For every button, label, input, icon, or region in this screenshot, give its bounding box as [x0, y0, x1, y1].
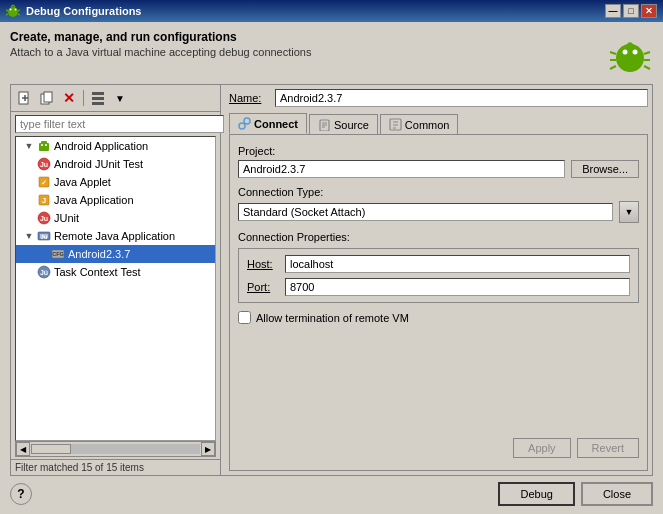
scroll-track	[31, 444, 200, 454]
connection-props-group: Connection Properties: Host: Port:	[238, 231, 639, 303]
project-field-group: Project: Browse...	[238, 145, 639, 178]
android-junit-icon: Ju	[36, 156, 52, 172]
svg-line-4	[13, 5, 15, 7]
title-bar-controls: — □ ✕	[605, 4, 657, 18]
svg-text:Jú: Jú	[40, 269, 48, 276]
expander-android-app[interactable]: ▼	[22, 141, 36, 151]
revert-button[interactable]: Revert	[577, 438, 639, 458]
tree-item-android-junit[interactable]: Ju Android JUnit Test	[16, 155, 215, 173]
tree-label-remote-java: Remote Java Application	[54, 230, 175, 242]
svg-text:J: J	[42, 196, 46, 205]
tree-label-android237: Android2.3.7	[68, 248, 130, 260]
task-context-icon: Jú	[36, 264, 52, 280]
tree-item-java-applet[interactable]: ✓ Java Applet	[16, 173, 215, 191]
svg-text:CFG: CFG	[52, 251, 64, 257]
tabs-bar: Connect Source	[229, 113, 648, 134]
left-toolbar: ✕ ▼	[11, 85, 220, 112]
connection-props-label: Connection Properties:	[238, 231, 639, 243]
duplicate-config-button[interactable]	[37, 88, 57, 108]
help-button[interactable]: ?	[10, 483, 32, 505]
tab-common[interactable]: Common	[380, 114, 459, 134]
tab-connect-label: Connect	[254, 118, 298, 130]
apply-button[interactable]: Apply	[513, 438, 571, 458]
tree-item-android-app[interactable]: ▼ Android Application	[16, 137, 215, 155]
debug-button[interactable]: Debug	[498, 482, 574, 506]
tree-item-remote-java[interactable]: ▼ Ju Remote Java Application	[16, 227, 215, 245]
scroll-thumb[interactable]	[31, 444, 71, 454]
expander-java-applet	[22, 177, 36, 187]
expander-remote-java[interactable]: ▼	[22, 231, 36, 241]
expander-android237	[36, 249, 50, 259]
project-input[interactable]	[238, 160, 565, 178]
connection-props-box: Host: Port:	[238, 248, 639, 303]
common-tab-icon	[389, 118, 402, 131]
tree-item-java-app[interactable]: J Java Application	[16, 191, 215, 209]
host-label: Host:	[247, 258, 279, 270]
allow-termination-label: Allow termination of remote VM	[256, 312, 409, 324]
svg-text:Ju: Ju	[40, 161, 48, 168]
close-window-button[interactable]: ✕	[641, 4, 657, 18]
delete-config-button[interactable]: ✕	[59, 88, 79, 108]
close-button[interactable]: Close	[581, 482, 653, 506]
connection-type-dropdown-button[interactable]: ▼	[619, 201, 639, 223]
horizontal-scrollbar[interactable]: ◀ ▶	[15, 441, 216, 457]
scroll-left-button[interactable]: ◀	[16, 442, 30, 456]
header-title: Create, manage, and run configurations	[10, 30, 311, 44]
collapse-button[interactable]	[88, 88, 108, 108]
filter-input[interactable]	[15, 115, 224, 133]
title-bar-text: Debug Configurations	[26, 5, 599, 17]
connection-type-input[interactable]	[238, 203, 613, 221]
tree-item-android237[interactable]: CFG Android2.3.7	[16, 245, 215, 263]
browse-button[interactable]: Browse...	[571, 160, 639, 178]
svg-point-1	[10, 9, 12, 11]
tree-item-junit[interactable]: Ju JUnit	[16, 209, 215, 227]
allow-termination-row: Allow termination of remote VM	[238, 311, 639, 324]
tree-label-android-app: Android Application	[54, 140, 148, 152]
svg-rect-26	[92, 97, 104, 100]
svg-line-18	[610, 66, 616, 69]
svg-point-31	[45, 144, 47, 146]
svg-rect-24	[44, 92, 52, 102]
android-app-icon	[36, 138, 52, 154]
name-input[interactable]	[275, 89, 648, 107]
tree-label-java-applet: Java Applet	[54, 176, 111, 188]
svg-point-30	[41, 144, 43, 146]
port-input[interactable]	[285, 278, 630, 296]
tab-connect[interactable]: Connect	[229, 113, 307, 134]
tree-item-task-context[interactable]: Jú Task Context Test	[16, 263, 215, 281]
svg-text:✓: ✓	[41, 179, 47, 186]
maximize-button[interactable]: □	[623, 4, 639, 18]
tab-common-label: Common	[405, 119, 450, 131]
svg-line-5	[6, 10, 8, 11]
footer-actions: Debug Close	[498, 482, 653, 506]
java-app-icon: J	[36, 192, 52, 208]
title-bar: Debug Configurations — □ ✕	[0, 0, 663, 22]
minimize-button[interactable]: —	[605, 4, 621, 18]
name-row: Name:	[229, 89, 648, 107]
svg-text:Ju: Ju	[40, 234, 47, 240]
source-tab-icon	[318, 118, 331, 131]
tab-source[interactable]: Source	[309, 114, 378, 134]
host-input[interactable]	[285, 255, 630, 273]
tab-connect-content: Project: Browse... Connection Type: ▼	[229, 134, 648, 471]
svg-point-9	[616, 44, 644, 72]
port-row: Port:	[247, 278, 630, 296]
scroll-right-button[interactable]: ▶	[201, 442, 215, 456]
svg-line-14	[610, 52, 616, 54]
project-label: Project:	[238, 145, 639, 157]
dialog-header: Create, manage, and run configurations A…	[10, 30, 653, 76]
connect-tab-icon	[238, 117, 251, 130]
header-subtitle: Attach to a Java virtual machine accepti…	[10, 46, 311, 58]
right-panel: Name: Connect	[225, 85, 652, 475]
content-area: ✕ ▼ ▼	[10, 84, 653, 476]
filter-dropdown-button[interactable]: ▼	[110, 88, 130, 108]
new-config-button[interactable]	[15, 88, 35, 108]
apply-revert-row: Apply Revert	[238, 434, 639, 460]
allow-termination-checkbox[interactable]	[238, 311, 251, 324]
svg-text:Ju: Ju	[40, 215, 48, 222]
app-icon	[6, 4, 20, 18]
java-applet-icon: ✓	[36, 174, 52, 190]
android237-icon: CFG	[50, 246, 66, 262]
svg-point-10	[623, 50, 628, 55]
svg-line-19	[644, 66, 650, 69]
